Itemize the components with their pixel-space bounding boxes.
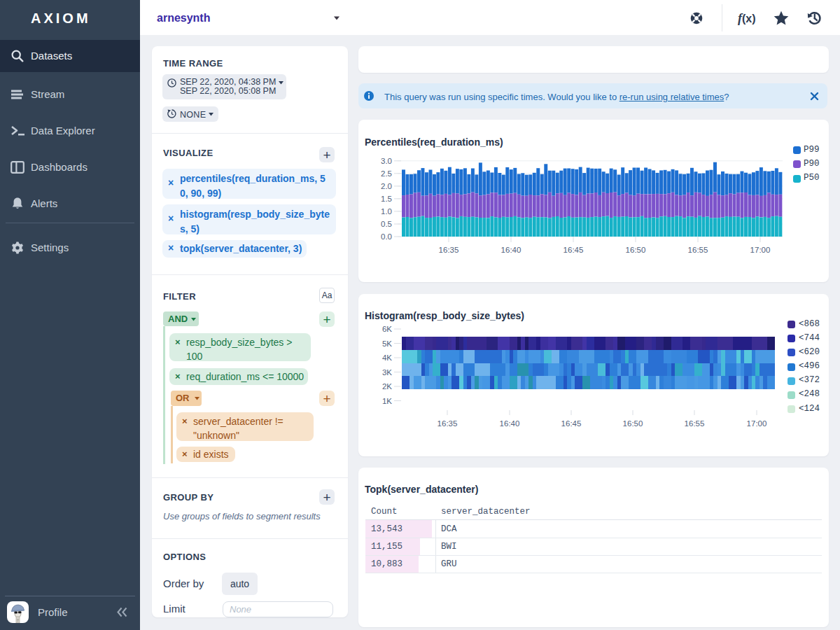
svg-text:0.5: 0.5 [381, 220, 392, 228]
svg-text:16:55: 16:55 [688, 246, 708, 254]
svg-text:16:45: 16:45 [561, 419, 582, 428]
svg-text:17:00: 17:00 [747, 419, 767, 428]
svg-text:16:40: 16:40 [500, 419, 520, 428]
svg-text:1K: 1K [382, 397, 392, 405]
svg-text:16:55: 16:55 [685, 419, 705, 428]
svg-text:3.0: 3.0 [381, 157, 392, 165]
svg-text:2.5: 2.5 [381, 169, 392, 178]
svg-text:17:00: 17:00 [750, 246, 771, 254]
svg-text:16:50: 16:50 [626, 246, 646, 254]
svg-text:5K: 5K [382, 340, 392, 348]
svg-text:16:50: 16:50 [623, 419, 643, 428]
svg-text:2K: 2K [382, 382, 392, 391]
svg-text:1.0: 1.0 [381, 207, 392, 216]
svg-text:16:35: 16:35 [439, 246, 459, 254]
svg-text:16:45: 16:45 [564, 246, 584, 254]
svg-text:6K: 6K [382, 325, 392, 333]
svg-text:1.5: 1.5 [381, 195, 392, 203]
svg-text:3K: 3K [382, 368, 392, 377]
svg-text:16:35: 16:35 [438, 419, 458, 428]
svg-text:16:40: 16:40 [501, 246, 522, 254]
svg-text:0.0: 0.0 [381, 232, 392, 241]
svg-text:2.0: 2.0 [381, 182, 392, 190]
svg-text:4K: 4K [382, 354, 392, 362]
